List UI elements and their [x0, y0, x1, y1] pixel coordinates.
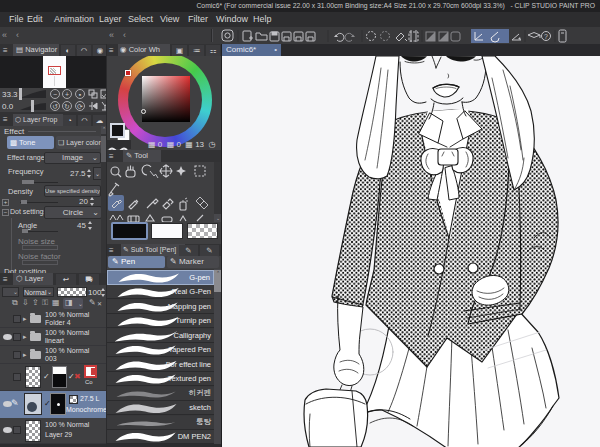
svg-text:?: ?	[544, 33, 548, 40]
